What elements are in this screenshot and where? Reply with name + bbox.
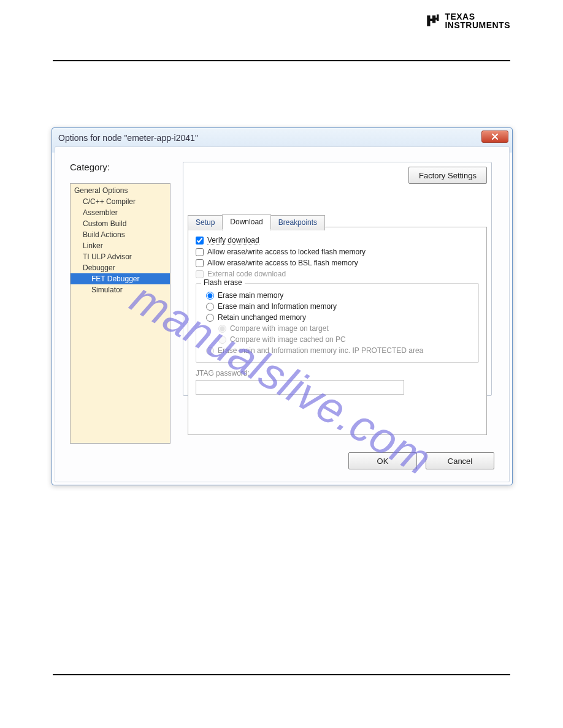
cat-ti-ulp-advisor[interactable]: TI ULP Advisor: [71, 251, 170, 262]
external-download-row: External code download: [196, 270, 479, 278]
allow-bsl-row: Allow erase/write access to BSL flash me…: [196, 259, 479, 267]
footer-rule: [53, 674, 510, 675]
jtag-password-input[interactable]: [196, 380, 404, 395]
brand-line1: TEXAS: [445, 12, 510, 21]
close-icon: [491, 133, 499, 140]
dialog-window: Options for node "emeter-app-i2041" Cate…: [52, 127, 513, 485]
allow-locked-checkbox[interactable]: [196, 248, 204, 256]
cat-general-options[interactable]: General Options: [71, 185, 170, 196]
header-rule: [53, 60, 510, 61]
cmp-target-radio: [218, 325, 226, 333]
jtag-password-label: JTAG password:: [196, 369, 479, 377]
tab-breakpoints[interactable]: Breakpoints: [270, 215, 325, 230]
cat-linker[interactable]: Linker: [71, 240, 170, 251]
flash-erase-legend: Flash erase: [201, 278, 245, 287]
cat-c-cpp-compiler[interactable]: C/C++ Compiler: [71, 196, 170, 207]
erase-main-label: Erase main memory: [218, 291, 283, 300]
allow-bsl-checkbox[interactable]: [196, 259, 204, 267]
brand-header: TEXAS INSTRUMENTS: [424, 12, 510, 29]
cat-simulator[interactable]: Simulator: [71, 284, 170, 295]
close-button[interactable]: [481, 131, 508, 143]
cmp-cached-label: Compare with image cached on PC: [230, 335, 346, 344]
dialog-client: Category: General Options C/C++ Compiler…: [55, 146, 510, 482]
external-download-checkbox: [196, 270, 204, 278]
cat-debugger[interactable]: Debugger: [71, 262, 170, 273]
dialog-buttons: OK Cancel: [70, 444, 494, 469]
ok-button[interactable]: OK: [348, 452, 417, 469]
cmp-target-label: Compare with image on target: [230, 324, 329, 333]
category-label: Category:: [70, 162, 170, 172]
cat-custom-build[interactable]: Custom Build: [71, 218, 170, 229]
tabs: Setup Download Breakpoints: [188, 214, 324, 230]
erase-main-info-label: Erase main and Information memory: [218, 302, 337, 311]
titlebar[interactable]: Options for node "emeter-app-i2041": [52, 128, 512, 148]
allow-bsl-label: Allow erase/write access to BSL flash me…: [207, 259, 358, 267]
verify-download-row: Verify download: [196, 236, 479, 245]
cat-fet-debugger[interactable]: FET Debugger: [71, 273, 170, 284]
ti-logo-icon: [424, 12, 441, 29]
verify-download-label: Verify download: [207, 236, 259, 245]
erase-main-info-radio[interactable]: [206, 303, 214, 311]
verify-download-checkbox[interactable]: [196, 237, 204, 245]
external-download-label: External code download: [207, 270, 286, 278]
retain-radio[interactable]: [206, 314, 214, 322]
cmp-cached-radio: [218, 336, 226, 344]
erase-ip-label: Erase main and Information memory inc. I…: [218, 346, 423, 355]
cat-build-actions[interactable]: Build Actions: [71, 229, 170, 240]
retain-label: Retain unchanged memory: [218, 313, 306, 322]
flash-erase-group: Flash erase Erase main memory Erase main…: [196, 283, 479, 363]
erase-main-radio[interactable]: [206, 292, 214, 300]
tab-download[interactable]: Download: [222, 214, 270, 230]
cat-assembler[interactable]: Assembler: [71, 207, 170, 218]
erase-ip-radio: [206, 347, 214, 355]
cancel-button[interactable]: Cancel: [426, 452, 494, 469]
brand-line2: INSTRUMENTS: [445, 21, 510, 29]
category-list[interactable]: General Options C/C++ Compiler Assembler…: [70, 183, 170, 444]
window-title: Options for node "emeter-app-i2041": [58, 133, 198, 143]
tabpage-download: Verify download Allow erase/write access…: [188, 227, 487, 435]
allow-locked-label: Allow erase/write access to locked flash…: [207, 248, 366, 256]
allow-locked-row: Allow erase/write access to locked flash…: [196, 248, 479, 256]
factory-settings-button[interactable]: Factory Settings: [408, 167, 487, 184]
tab-setup[interactable]: Setup: [188, 215, 223, 230]
